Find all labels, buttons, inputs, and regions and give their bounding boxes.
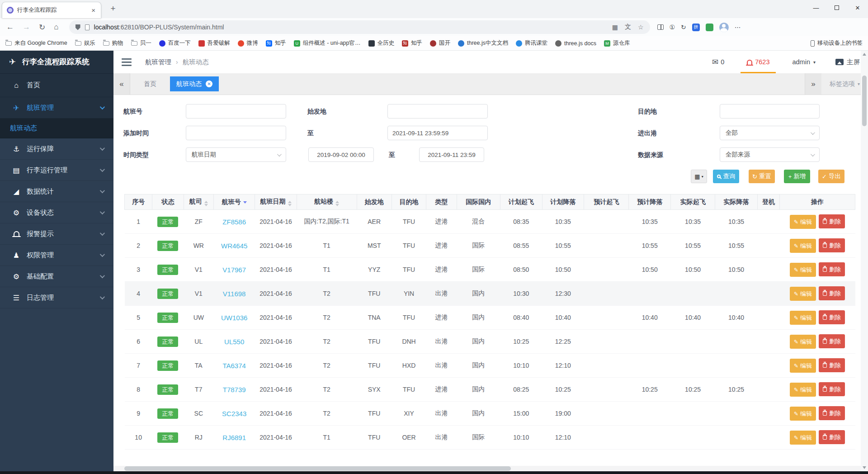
delete-button[interactable]: 删除 xyxy=(819,334,845,348)
column-header[interactable]: 航班日期 xyxy=(255,194,297,210)
bookmark-item[interactable]: 国开 xyxy=(430,39,450,47)
column-header[interactable]: 航站楼 xyxy=(297,194,357,210)
alerts-button[interactable]: 7623 xyxy=(744,51,772,73)
new-tab-button[interactable]: + xyxy=(108,4,118,14)
delete-button[interactable]: 删除 xyxy=(819,382,845,396)
delete-button[interactable]: 删除 xyxy=(819,406,845,420)
sidebar-subitem-flight-dynamics[interactable]: 航班动态 xyxy=(0,118,113,138)
flight-link[interactable]: ZF8586 xyxy=(222,218,246,226)
inout-select[interactable]: 全部 xyxy=(720,126,820,140)
source-select[interactable]: 全部来源 xyxy=(720,147,820,162)
browser-tab[interactable]: 行李全流程跟踪 × xyxy=(2,2,101,18)
column-header[interactable]: 航班号 xyxy=(213,194,255,210)
bookmark-star-icon[interactable]: ☆ xyxy=(638,24,644,31)
bookmark-item[interactable]: 百度一下 xyxy=(159,39,191,47)
column-layout-button[interactable]: ▦▾ xyxy=(691,170,707,183)
flight-link[interactable]: RJ6891 xyxy=(222,434,246,441)
tab-close-icon[interactable]: × xyxy=(90,6,96,14)
forward-icon[interactable]: → xyxy=(23,23,30,32)
edit-button[interactable]: ✎编辑 xyxy=(790,263,816,277)
flight-link[interactable]: UL550 xyxy=(224,338,244,346)
profile-avatar[interactable] xyxy=(719,23,729,32)
vertical-scrollbar[interactable] xyxy=(861,51,868,471)
sidebar-item-baggage-ops[interactable]: ▤行李运行管理 xyxy=(0,160,113,181)
sort-carets-icon[interactable] xyxy=(243,201,247,204)
sidebar-item-base-config[interactable]: ⚙基础配置 xyxy=(0,266,113,287)
bookmark-item[interactable]: 贝一 xyxy=(131,39,151,47)
browser-menu-icon[interactable]: ⋯ xyxy=(735,24,741,31)
bookmark-item[interactable]: 知知乎 xyxy=(402,39,422,47)
breadcrumb-parent[interactable]: 航班管理 xyxy=(145,58,171,66)
bookmark-item[interactable]: 来自 Google Chrome xyxy=(5,39,67,47)
add-button[interactable]: +新增 xyxy=(784,170,810,183)
tabs-scroll-right-button[interactable]: » xyxy=(805,73,821,95)
delete-button[interactable]: 删除 xyxy=(819,358,845,372)
horizontal-scrollbar[interactable] xyxy=(113,466,861,471)
history-arrow-icon[interactable]: ↻ xyxy=(681,24,686,31)
bookmark-item[interactable]: U组件概述 - uni-app官… xyxy=(294,39,361,47)
origin-input[interactable] xyxy=(387,104,488,118)
notification-badge-icon[interactable]: ① xyxy=(670,24,675,31)
flight-link[interactable]: TA6374 xyxy=(222,362,245,370)
edit-button[interactable]: ✎编辑 xyxy=(790,335,816,349)
edit-button[interactable]: ✎编辑 xyxy=(790,239,816,253)
sidebar-item-log-mgmt[interactable]: ☰日志管理 xyxy=(0,287,113,308)
minimize-button[interactable]: — xyxy=(806,0,826,15)
translate-extension-icon[interactable]: 拼 xyxy=(692,24,700,31)
sidebar-panel-icon[interactable] xyxy=(657,24,664,30)
hamburger-menu-button[interactable] xyxy=(122,58,132,66)
sidebar-item-device-status[interactable]: ⚙设备状态 xyxy=(0,202,113,223)
home-icon[interactable]: ⌂ xyxy=(54,23,58,32)
sidebar-item-permissions[interactable]: ♟权限管理 xyxy=(0,245,113,266)
range-end-input[interactable] xyxy=(419,147,484,162)
tab-flight-dynamics[interactable]: 航班动态 ✕ xyxy=(170,76,219,91)
scroll-up-icon[interactable] xyxy=(861,51,868,58)
flight-link[interactable]: UW1036 xyxy=(221,314,247,322)
main-screen-button[interactable]: 主屏 xyxy=(835,51,860,73)
green-extension-icon[interactable] xyxy=(706,24,713,31)
close-button[interactable]: ✕ xyxy=(847,0,868,15)
bookmark-item[interactable]: three.js docs xyxy=(555,40,596,47)
sidebar-item-operation-support[interactable]: ⚓运行保障 xyxy=(0,138,113,160)
bookmark-item[interactable]: M源仓库 xyxy=(604,39,630,47)
user-menu[interactable]: admin ▾ xyxy=(792,51,816,73)
sort-carets-icon[interactable] xyxy=(335,201,339,206)
tab-close-icon[interactable]: ✕ xyxy=(206,81,212,87)
bookmark-item[interactable]: 微博 xyxy=(238,39,258,47)
flight-no-input[interactable] xyxy=(186,104,286,118)
bento-icon[interactable]: ▦ xyxy=(612,24,618,31)
delete-button[interactable]: 删除 xyxy=(819,262,845,276)
flight-link[interactable]: V17967 xyxy=(222,266,246,274)
edit-button[interactable]: ✎编辑 xyxy=(790,215,816,229)
translate-icon[interactable]: 文 xyxy=(625,23,631,31)
bookmark-item[interactable]: three.js中文文档 xyxy=(458,39,508,47)
back-icon[interactable]: ← xyxy=(6,23,14,32)
bookmark-item[interactable]: 购物 xyxy=(103,39,123,47)
delete-button[interactable]: 删除 xyxy=(819,214,845,228)
flight-link[interactable]: T78739 xyxy=(223,386,246,393)
bookmark-item[interactable]: 吾爱破解 xyxy=(198,39,230,47)
flight-link[interactable]: SC2343 xyxy=(222,410,246,417)
delete-button[interactable]: 删除 xyxy=(819,430,845,444)
mobile-bookmarks[interactable]: 移动设备上的书签 xyxy=(811,39,863,47)
refresh-icon[interactable]: ↻ xyxy=(39,23,45,32)
sidebar-item-data-stats[interactable]: ◢数据统计 xyxy=(0,181,113,202)
sidebar-item-home[interactable]: ⌂首页 xyxy=(0,74,113,97)
sidebar-item-flight-mgmt[interactable]: ✈航班管理 xyxy=(0,97,113,118)
bookmark-item[interactable]: 知知乎 xyxy=(266,39,286,47)
export-button[interactable]: ✓导出 xyxy=(818,170,844,183)
add-time-end-input[interactable] xyxy=(387,126,488,140)
dest-input[interactable] xyxy=(720,104,820,118)
sort-carets-icon[interactable] xyxy=(204,201,208,206)
delete-button[interactable]: 删除 xyxy=(819,238,845,252)
bookmark-item[interactable]: 全历史 xyxy=(368,39,395,47)
edit-button[interactable]: ✎编辑 xyxy=(790,359,816,373)
edit-button[interactable]: ✎编辑 xyxy=(790,287,816,301)
messages-button[interactable]: ✉ 0 xyxy=(712,51,724,73)
shield-icon[interactable] xyxy=(75,24,80,30)
edit-button[interactable]: ✎编辑 xyxy=(790,431,816,445)
time-type-select[interactable]: 航班日期 xyxy=(186,147,286,162)
edit-button[interactable]: ✎编辑 xyxy=(790,383,816,397)
tabs-scroll-left-button[interactable]: « xyxy=(113,73,130,95)
edit-button[interactable]: ✎编辑 xyxy=(790,311,816,325)
